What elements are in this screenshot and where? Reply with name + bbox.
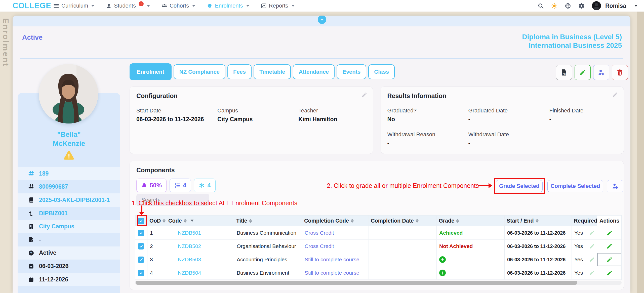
menu-enrolments[interactable]: Enrolments bbox=[207, 3, 249, 9]
user-name[interactable]: Romisa bbox=[605, 3, 626, 9]
row-checkbox[interactable] bbox=[138, 257, 144, 263]
cell-completion-date bbox=[369, 266, 437, 279]
svg-text:?: ? bbox=[30, 251, 32, 255]
row-checkbox[interactable] bbox=[138, 230, 144, 236]
detail-value[interactable]: 800990687 bbox=[39, 183, 68, 190]
edit-pencil-icon-muted[interactable] bbox=[589, 243, 595, 249]
sort-icon bbox=[351, 219, 354, 223]
row-checkbox[interactable] bbox=[138, 243, 144, 249]
warning-icon[interactable] bbox=[18, 150, 120, 160]
app-logo[interactable]: COLLEGE bbox=[13, 0, 51, 12]
detail-value: 189 bbox=[39, 170, 49, 177]
tab-attendance[interactable]: Attendance bbox=[293, 64, 335, 79]
header-ood[interactable]: OoD bbox=[147, 216, 166, 226]
menu-curriculum[interactable]: Curriculum bbox=[53, 3, 94, 9]
globe-icon[interactable] bbox=[565, 3, 571, 9]
row-checkbox[interactable] bbox=[138, 270, 144, 276]
tab-events[interactable]: Events bbox=[337, 64, 366, 79]
edit-component-icon[interactable] bbox=[606, 243, 613, 249]
students-alert-badge: ! bbox=[139, 1, 144, 6]
edit-pencil-icon-muted[interactable] bbox=[589, 230, 595, 236]
header-completion-date[interactable]: Completion Date bbox=[369, 216, 437, 226]
cell-actions bbox=[597, 253, 622, 266]
table-row: 1 NZDB501 Business Communication Cross C… bbox=[135, 226, 621, 240]
collapse-panel-button[interactable] bbox=[318, 16, 326, 24]
header-title[interactable]: Title bbox=[234, 216, 302, 226]
chevron-down-icon bbox=[192, 5, 195, 7]
menu-students[interactable]: Students ! bbox=[106, 3, 150, 9]
tab-class[interactable]: Class bbox=[368, 64, 395, 79]
cell-completion-code-link[interactable]: Cross Credit bbox=[302, 240, 369, 253]
search-icon[interactable] bbox=[538, 3, 544, 9]
detail-enrolment-id: 189 bbox=[18, 167, 120, 180]
edit-pencil-icon[interactable] bbox=[361, 92, 367, 98]
student-nickname: "Bella" bbox=[18, 130, 120, 139]
header-required[interactable]: Required bbox=[572, 216, 597, 226]
detail-value: 11-12-2026 bbox=[39, 276, 68, 283]
detail-value[interactable]: City Campus bbox=[39, 223, 74, 230]
detail-intake-code: 2025-03-AKL-DIPBIZ001-1 bbox=[18, 193, 120, 207]
numbered-list-icon: 12 bbox=[174, 182, 180, 188]
cell-completion-code-link[interactable]: Cross Credit bbox=[302, 226, 369, 239]
navbar-right: Romisa bbox=[538, 0, 637, 12]
cell-completion-code-link[interactable]: Still to complete course bbox=[302, 266, 369, 279]
cell-grade bbox=[437, 266, 505, 279]
export-pdf-button[interactable]: PDF bbox=[556, 65, 572, 80]
tab-nz-compliance[interactable]: NZ Compliance bbox=[174, 64, 225, 79]
edit-component-icon[interactable] bbox=[606, 230, 613, 236]
cell-start-end: 06-03-2026 to 11-12-2026 bbox=[505, 266, 572, 279]
field-label: Campus bbox=[217, 107, 298, 114]
header-code[interactable]: Code bbox=[166, 216, 234, 226]
chevron-down-icon[interactable] bbox=[634, 5, 637, 7]
edit-pencil-icon-muted[interactable] bbox=[589, 257, 595, 263]
add-grade-icon[interactable] bbox=[439, 270, 446, 276]
tab-enrolment[interactable]: Enrolment bbox=[130, 63, 172, 80]
filter-icon[interactable] bbox=[190, 219, 194, 223]
components-table: OoD Code Title Completion Code Completio… bbox=[135, 215, 622, 280]
field-value: - bbox=[468, 116, 549, 123]
grade-label: Not Achieved bbox=[439, 243, 473, 249]
assign-components-button[interactable] bbox=[607, 180, 623, 192]
annotation-step1: 1. Click this checkbox to select ALL Enr… bbox=[132, 199, 297, 207]
detail-value[interactable]: DIPBIZ001 bbox=[39, 210, 68, 217]
menu-reports[interactable]: Reports bbox=[261, 3, 295, 9]
page-scrollbar[interactable] bbox=[637, 0, 644, 293]
book-icon bbox=[28, 197, 34, 203]
cell-start-end: 06-03-2026 to 11-12-2026 bbox=[505, 240, 572, 253]
gear-icon[interactable] bbox=[578, 3, 585, 9]
field-value: Kimi Hamilton bbox=[298, 116, 368, 123]
tab-fees[interactable]: Fees bbox=[227, 64, 252, 79]
info-cards: Configuration Start Date 06-03-2026 to 1… bbox=[130, 87, 624, 154]
hash-icon bbox=[28, 171, 34, 177]
header-completion-code[interactable]: Completion Code bbox=[302, 216, 369, 226]
cell-completion-code-link[interactable]: Still to complete course bbox=[302, 253, 369, 266]
scrollbar-thumb[interactable] bbox=[136, 281, 577, 285]
header-grade[interactable]: Grade bbox=[437, 216, 505, 226]
edit-pencil-icon[interactable] bbox=[612, 92, 618, 98]
cell-code-link[interactable]: NZDB504 bbox=[166, 266, 234, 279]
people-icon bbox=[162, 3, 167, 9]
cell-code-link[interactable]: NZDB502 bbox=[166, 240, 234, 253]
manage-student-button[interactable] bbox=[593, 65, 609, 80]
cell-code-link[interactable]: NZDB503 bbox=[166, 253, 234, 266]
edit-enrolment-button[interactable] bbox=[575, 65, 591, 80]
add-grade-icon[interactable] bbox=[439, 256, 446, 263]
sort-icon bbox=[416, 219, 419, 223]
delete-enrolment-button[interactable] bbox=[612, 65, 628, 80]
programme-title-line1: Diploma in Business (Level 5) bbox=[522, 33, 622, 41]
weight-icon bbox=[141, 182, 147, 188]
edit-component-icon[interactable] bbox=[606, 270, 613, 276]
chevron-down-icon bbox=[147, 5, 150, 7]
header-start-end[interactable]: Start / End bbox=[505, 216, 572, 226]
menu-label: Enrolments bbox=[215, 3, 243, 9]
cell-code-link[interactable]: NZDB501 bbox=[166, 226, 234, 239]
menu-cohorts[interactable]: Cohorts bbox=[162, 3, 195, 9]
avatar[interactable] bbox=[592, 1, 601, 10]
complete-selected-button[interactable]: Complete Selected bbox=[547, 180, 603, 192]
theme-sun-icon[interactable] bbox=[551, 3, 557, 9]
detail-value[interactable]: 2025-03-AKL-DIPBIZ001-1 bbox=[39, 197, 110, 203]
edit-pencil-icon-muted[interactable] bbox=[589, 270, 595, 276]
tab-timetable[interactable]: Timetable bbox=[254, 64, 291, 79]
edit-component-icon[interactable] bbox=[606, 257, 613, 263]
table-row: 4 NZDB504 Business Environment Still to … bbox=[135, 266, 621, 280]
